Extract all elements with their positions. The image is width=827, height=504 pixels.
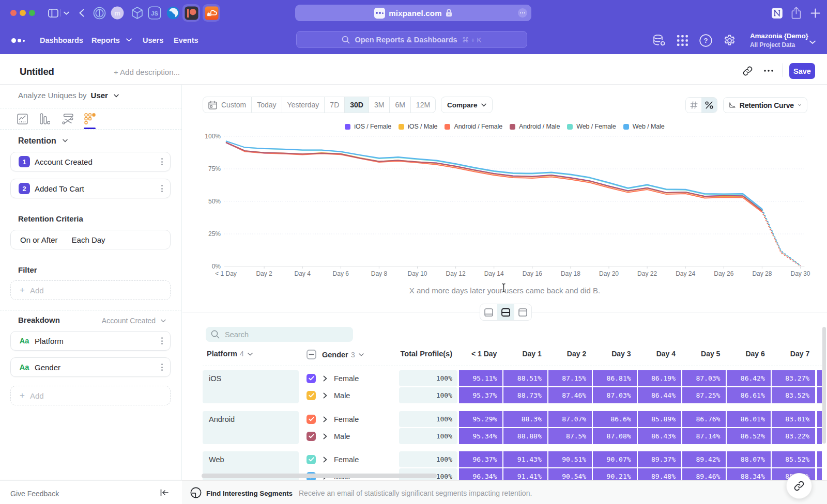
expand-row-icon[interactable] xyxy=(323,433,327,439)
vertical-scrollbar[interactable] xyxy=(822,327,826,444)
retention-cell[interactable]: 88.07% xyxy=(727,451,770,467)
horizontal-scrollbar[interactable] xyxy=(202,474,437,478)
retention-cell[interactable]: 87.03% xyxy=(593,387,636,403)
notion-icon[interactable] xyxy=(770,0,784,26)
window-close-button[interactable] xyxy=(10,10,17,16)
step-2-menu-icon[interactable] xyxy=(161,185,163,192)
series-checkbox[interactable] xyxy=(307,415,316,424)
mixpanel-logo-dots[interactable] xyxy=(11,38,25,43)
expand-row-icon[interactable] xyxy=(323,375,327,382)
gender-column-header[interactable]: Gender3 xyxy=(307,350,364,359)
give-feedback-link[interactable]: Give Feedback xyxy=(10,490,59,498)
gender-menu-icon[interactable] xyxy=(161,364,163,371)
retention-cell[interactable]: 87.46% xyxy=(548,387,592,403)
new-tab-icon[interactable] xyxy=(808,0,822,26)
expand-row-icon[interactable] xyxy=(323,456,327,463)
retention-cell[interactable]: 86.01% xyxy=(727,411,770,427)
table-only-view-button[interactable] xyxy=(514,304,531,320)
copy-link-icon[interactable] xyxy=(740,64,755,78)
account-menu[interactable]: Amazonia {Demo} All Project Data xyxy=(750,32,808,49)
collapse-sidebar-icon[interactable] xyxy=(160,489,169,498)
retention-cell[interactable]: 96.37% xyxy=(459,451,502,467)
retention-cell[interactable]: 87.14% xyxy=(682,428,726,444)
expand-row-icon[interactable] xyxy=(323,416,327,422)
tab-funnels[interactable] xyxy=(36,111,54,127)
nav-reports[interactable]: Reports xyxy=(91,26,132,54)
retention-cell[interactable]: 86.52% xyxy=(727,428,770,444)
apps-grid-icon[interactable] xyxy=(673,28,691,52)
series-checkbox[interactable] xyxy=(307,374,316,383)
retention-cell[interactable]: 86.42% xyxy=(727,370,770,386)
avatar-m-icon[interactable]: m xyxy=(110,0,125,26)
retention-cell[interactable]: 91.43% xyxy=(503,451,547,467)
expand-row-icon[interactable] xyxy=(323,392,327,399)
global-search-input[interactable]: Open Reports & Dashboards ⌘ + K xyxy=(296,31,527,48)
criteria-on-or-after[interactable]: On or After xyxy=(20,235,58,244)
window-minimize-button[interactable] xyxy=(20,10,26,16)
add-description-placeholder[interactable]: + Add description... xyxy=(114,68,180,76)
account-chevron-icon[interactable] xyxy=(809,37,816,46)
retention-cell[interactable]: 95.29% xyxy=(459,411,502,427)
help-icon[interactable]: ? xyxy=(697,28,714,52)
retention-cell[interactable]: 86.43% xyxy=(638,428,681,444)
breakdown-gender[interactable]: Aa Gender xyxy=(10,357,171,377)
criteria-each-day[interactable]: Each Day xyxy=(72,235,105,244)
share-link-floating-button[interactable] xyxy=(786,473,812,499)
retention-cell[interactable]: 90.51% xyxy=(548,451,592,467)
retention-cell[interactable]: 87.07% xyxy=(548,411,592,427)
indeterminate-checkbox-icon[interactable] xyxy=(307,350,316,359)
settings-gear-icon[interactable] xyxy=(721,28,738,52)
cube-icon[interactable] xyxy=(130,0,144,26)
retention-cell[interactable]: 86.19% xyxy=(638,370,681,386)
site-options-button[interactable] xyxy=(518,8,527,18)
retention-cell[interactable]: 95.34% xyxy=(459,428,502,444)
nav-events[interactable]: Events xyxy=(174,26,198,54)
retention-cell[interactable]: 87.25% xyxy=(682,387,726,403)
split-view-button[interactable] xyxy=(497,304,514,320)
breakdown-source-dropdown[interactable]: Account Created xyxy=(102,317,166,325)
nav-users[interactable]: Users xyxy=(143,26,163,54)
platform-column-header[interactable]: Platform4 xyxy=(207,350,253,358)
data-management-icon[interactable] xyxy=(650,28,668,52)
retention-step-1[interactable]: 1 Account Created xyxy=(10,152,171,171)
tab-retention[interactable] xyxy=(81,111,99,127)
retention-cell[interactable]: 86.6% xyxy=(593,411,636,427)
retention-cell[interactable]: 87.15% xyxy=(548,370,592,386)
retention-criteria-selector[interactable]: On or After Each Day xyxy=(10,230,171,249)
retention-cell[interactable]: 83.22% xyxy=(772,428,815,444)
retention-cell[interactable]: 85.89% xyxy=(638,411,681,427)
find-interesting-segments-label[interactable]: Find Interesting Segments xyxy=(206,490,293,497)
report-title[interactable]: Untitled xyxy=(20,66,54,77)
retention-cell[interactable]: 88.88% xyxy=(503,428,547,444)
onepassword-icon[interactable] xyxy=(92,0,106,26)
series-checkbox[interactable] xyxy=(307,432,316,441)
retention-cell[interactable]: 87.03% xyxy=(682,370,726,386)
back-button[interactable] xyxy=(77,0,86,26)
retention-cell[interactable]: 86.81% xyxy=(593,370,636,386)
address-bar[interactable]: mixpanel.com xyxy=(295,5,531,21)
sidebar-chevron-icon[interactable] xyxy=(63,0,70,26)
retention-section-heading[interactable]: Retention xyxy=(18,136,68,146)
add-filter-button[interactable]: + Add xyxy=(10,280,171,300)
retention-line-chart[interactable]: 0%25%50%75%100%< 1 DayDay 2Day 4Day 6Day… xyxy=(182,85,827,282)
nav-dashboards[interactable]: Dashboards xyxy=(40,26,83,54)
share-icon[interactable] xyxy=(789,0,803,26)
platform-menu-icon[interactable] xyxy=(161,337,163,344)
retention-cell[interactable]: 83.27% xyxy=(772,370,815,386)
more-options-icon[interactable] xyxy=(761,64,776,78)
tab-insights[interactable] xyxy=(13,111,31,127)
series-checkbox[interactable] xyxy=(307,391,316,400)
retention-cell[interactable]: 83.52% xyxy=(772,387,815,403)
retention-cell[interactable]: 83.01% xyxy=(772,411,815,427)
retention-cell[interactable]: 88.73% xyxy=(503,387,547,403)
retention-cell[interactable]: 86.76% xyxy=(682,411,726,427)
globe-icon[interactable] xyxy=(166,0,180,26)
patreon-icon[interactable] xyxy=(184,0,198,26)
retention-cell[interactable]: 87.08% xyxy=(593,428,636,444)
retention-cell[interactable]: 88.3% xyxy=(503,411,547,427)
breakdown-platform[interactable]: Aa Platform xyxy=(10,331,171,351)
analyze-value-dropdown[interactable]: User xyxy=(91,91,108,100)
retention-cell[interactable]: 85.52% xyxy=(772,451,815,467)
js-icon[interactable]: JS xyxy=(147,0,162,26)
retention-cell[interactable]: 90.07% xyxy=(593,451,636,467)
